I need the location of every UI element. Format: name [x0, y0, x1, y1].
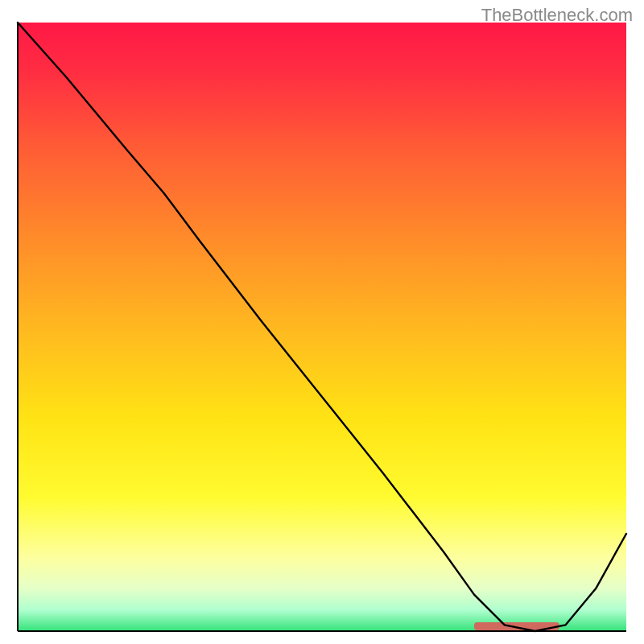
bottleneck-chart [0, 0, 644, 644]
watermark-text: TheBottleneck.com [481, 5, 633, 26]
chart-background [18, 23, 626, 631]
